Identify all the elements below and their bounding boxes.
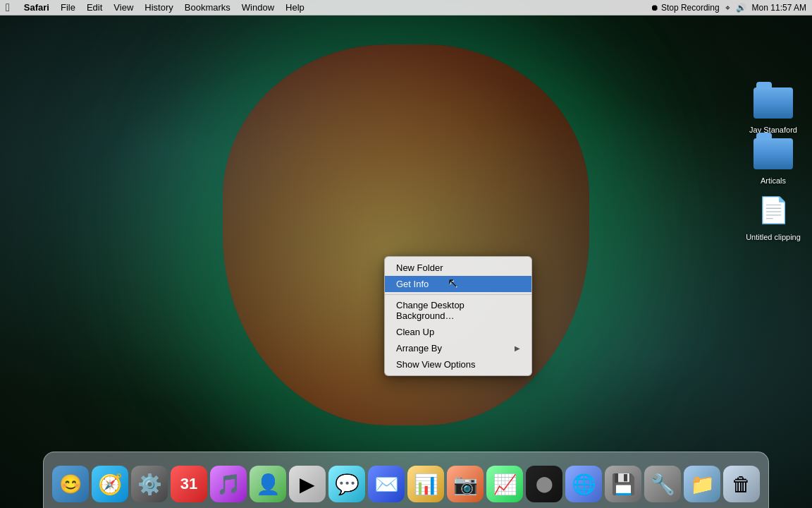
dock-mail[interactable]: ✉️	[368, 466, 405, 504]
menu-item-get-info[interactable]: Get Info	[385, 276, 531, 292]
dock-icon-safari: 🧭	[92, 466, 128, 502]
dock-icon-photo: 📷	[447, 466, 484, 502]
menubar-file[interactable]: File	[55, 0, 81, 16]
menu-item-arrange-by[interactable]: Arrange By ▶	[385, 340, 531, 356]
menu-item-show-view-options[interactable]: Show View Options	[385, 356, 531, 373]
menubar-bookmarks[interactable]: Bookmarks	[179, 0, 236, 16]
menu-separator-1	[385, 294, 531, 295]
menubar-view[interactable]: View	[108, 0, 139, 16]
folder-icon-jay	[753, 83, 793, 123]
wifi-icon: ⌖	[725, 3, 730, 13]
clipping-icon: 📄	[753, 190, 793, 230]
datetime: Mon 11:57 AM	[752, 3, 806, 13]
dock-icon-ical: 31	[171, 466, 207, 502]
dock-icon-itunes: 🎵	[210, 466, 247, 502]
dock-dashboard[interactable]: 📊	[407, 466, 444, 504]
dock-generic2[interactable]: 🔧	[644, 466, 681, 504]
apple-menu[interactable]: 	[6, 1, 10, 14]
dock-icon-folder: 📁	[684, 466, 720, 502]
desktop-icon-articals[interactable]: Articals	[745, 134, 801, 185]
desktop[interactable]	[0, 0, 812, 508]
menu-item-clean-up[interactable]: Clean Up	[385, 324, 531, 340]
stop-recording[interactable]: ⏺ Stop Recording	[651, 3, 720, 13]
folder-icon-articals	[753, 134, 793, 174]
menubar-window[interactable]: Window	[236, 0, 280, 16]
dock-itunes[interactable]: 🎵	[210, 466, 247, 504]
desktop-icon-jay[interactable]: Jay Stanaford	[745, 83, 801, 134]
dock-photo[interactable]: 📷	[447, 466, 484, 504]
dock: 😊 🧭 ⚙️ 31 🎵 👤 ▶ 💬 ✉️ 📊 📷 📈 ⬤ 🌐 💾 🔧	[43, 452, 769, 508]
dock-quicktime[interactable]: ▶	[289, 466, 326, 504]
dock-icon-trash: 🗑	[723, 466, 760, 502]
dock-generic1[interactable]: 💾	[605, 466, 641, 504]
dock-icon-aperture: ⬤	[526, 466, 562, 502]
menubar-safari[interactable]: Safari	[18, 0, 55, 16]
menubar-items: Safari File Edit View History Bookmarks …	[18, 0, 651, 16]
dock-ical[interactable]: 31	[171, 466, 207, 504]
dock-icon-ichat: 💬	[328, 466, 365, 502]
menu-item-change-desktop[interactable]: Change Desktop Background…	[385, 297, 531, 324]
dock-folder[interactable]: 📁	[684, 466, 720, 504]
desktop-icon-clipping[interactable]: 📄 Untitled clipping	[745, 190, 801, 241]
dock-address-book[interactable]: 👤	[250, 466, 286, 504]
icon-label-articals: Articals	[761, 176, 786, 185]
menubar-help[interactable]: Help	[280, 0, 310, 16]
menubar-edit[interactable]: Edit	[81, 0, 108, 16]
dock-icon-finder: 😊	[52, 466, 89, 502]
dock-grapher[interactable]: 📈	[486, 466, 523, 504]
dock-network[interactable]: 🌐	[565, 466, 602, 504]
menu-item-new-folder[interactable]: New Folder	[385, 260, 531, 276]
dock-icon-address: 👤	[250, 466, 286, 502]
dock-trash[interactable]: 🗑	[723, 466, 760, 504]
dock-icon-generic2: 🔧	[644, 466, 681, 502]
dock-system-prefs[interactable]: ⚙️	[131, 466, 168, 504]
dock-icon-mail: ✉️	[368, 466, 405, 502]
dock-ichat[interactable]: 💬	[328, 466, 365, 504]
dock-icon-quicktime: ▶	[289, 466, 326, 502]
submenu-arrow-icon: ▶	[515, 344, 520, 352]
menubar-history[interactable]: History	[139, 0, 178, 16]
dock-icon-dashboard: 📊	[407, 466, 444, 502]
dock-finder[interactable]: 😊	[52, 466, 89, 504]
menubar:  Safari File Edit View History Bookmark…	[0, 0, 812, 16]
icon-label-clipping: Untitled clipping	[746, 233, 801, 241]
context-menu: New Folder Get Info Change Desktop Backg…	[384, 256, 532, 376]
dock-safari[interactable]: 🧭	[92, 466, 128, 504]
dock-icon-system: ⚙️	[131, 466, 168, 502]
dock-aperture[interactable]: ⬤	[526, 466, 562, 504]
dock-icon-grapher: 📈	[486, 466, 523, 502]
dock-icon-generic1: 💾	[605, 466, 641, 502]
volume-icon: 🔊	[736, 3, 746, 13]
menubar-right: ⏺ Stop Recording ⌖ 🔊 Mon 11:57 AM	[651, 3, 806, 13]
dock-icon-network: 🌐	[565, 466, 602, 502]
